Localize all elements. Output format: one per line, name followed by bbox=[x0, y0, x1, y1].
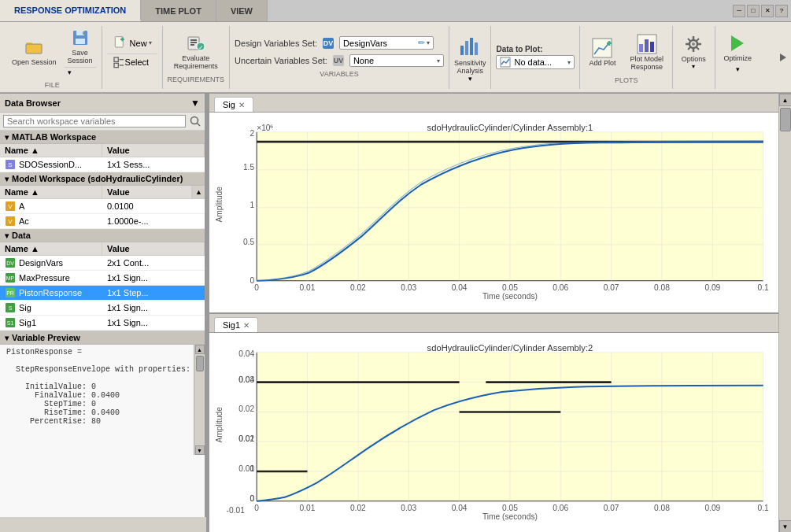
tab-time-plot[interactable]: TIME PLOT bbox=[141, 0, 216, 21]
main-scrollbar[interactable]: ▲ ▼ bbox=[778, 94, 791, 532]
data-section-toggle[interactable]: ▾ Data bbox=[0, 229, 205, 242]
sig1-tab-bar: Sig1 ✕ bbox=[209, 314, 778, 333]
edit-design-vars-icon[interactable]: ✏ bbox=[418, 38, 425, 48]
svg-text:0.04: 0.04 bbox=[452, 504, 468, 512]
optimize-dropdown[interactable]: ▾ bbox=[733, 65, 743, 74]
scroll-bottom-btn[interactable]: ▼ bbox=[779, 520, 792, 532]
svg-text:PR: PR bbox=[6, 290, 14, 296]
svg-text:Time (seconds): Time (seconds) bbox=[482, 512, 538, 521]
svg-text:0.03: 0.03 bbox=[401, 504, 416, 512]
var-icon: V bbox=[5, 216, 16, 227]
sensitivity-dropdown[interactable]: ▾ bbox=[468, 75, 472, 83]
optimize-button[interactable]: Optimize bbox=[720, 30, 756, 65]
scroll-thumb[interactable] bbox=[196, 356, 204, 371]
matlab-workspace-toggle[interactable]: ▾ MATLAB Workspace bbox=[0, 131, 205, 144]
table-scroll-up[interactable]: ▲ bbox=[192, 186, 205, 198]
svg-rect-24 bbox=[460, 46, 464, 55]
search-bar bbox=[0, 113, 205, 131]
save-session-dropdown[interactable]: ▾ bbox=[64, 67, 97, 78]
uncertain-vars-combo[interactable]: None ▾ bbox=[349, 54, 444, 67]
options-gear-icon bbox=[682, 33, 704, 55]
new-icon bbox=[113, 35, 128, 51]
options-dropdown[interactable]: ▾ bbox=[692, 63, 695, 70]
svg-rect-35 bbox=[650, 42, 654, 52]
tab-view[interactable]: VIEW bbox=[216, 0, 268, 21]
svg-text:0.5: 0.5 bbox=[243, 238, 255, 246]
toolbar-plots-section: Add Plot Plot ModelResponse PLOTS bbox=[580, 26, 673, 89]
model-workspace-table: Name ▲ Value ▲ V A 0.0100 V bbox=[0, 186, 205, 229]
data-plot-icon bbox=[500, 57, 511, 68]
data-browser-header: Data Browser ▼ bbox=[0, 94, 205, 113]
svg-rect-10 bbox=[114, 57, 118, 61]
table-row[interactable]: V Ac 1.0000e-... bbox=[0, 214, 205, 229]
svg-line-43 bbox=[697, 47, 699, 50]
var-icon: V bbox=[5, 201, 16, 212]
model-workspace-toggle[interactable]: ▾ Model Workspace (sdoHydraulicCylinder) bbox=[0, 172, 205, 186]
svg-text:-0.01: -0.01 bbox=[227, 506, 246, 515]
data-icon: MP bbox=[5, 272, 16, 283]
sig-chart-svg: sdoHydraulicCylinder/Cylinder Assembly:1… bbox=[213, 116, 775, 309]
maximize-btn[interactable]: □ bbox=[747, 5, 760, 17]
plot-model-response-button[interactable]: Plot ModelResponse bbox=[626, 31, 667, 73]
save-session-button[interactable]: SaveSession bbox=[64, 26, 97, 67]
data-to-plot-combo[interactable]: No data... ▾ bbox=[496, 55, 575, 69]
toolbar-data-to-plot-section: Data to Plot: No data... ▾ bbox=[491, 26, 580, 89]
evaluate-icon: ✓ bbox=[187, 34, 205, 53]
table-row[interactable]: S Sig 1x1 Sign... bbox=[0, 301, 205, 316]
help-btn[interactable]: ? bbox=[775, 5, 788, 17]
search-input[interactable] bbox=[3, 115, 186, 127]
model-table-header: Name ▲ Value ▲ bbox=[0, 186, 205, 199]
toolbar-new-section: New ▾ Select NEW bbox=[102, 26, 163, 89]
table-row[interactable]: MP MaxPressure 1x1 Sign... bbox=[0, 271, 205, 286]
variable-preview-toggle[interactable]: ▾ Variable Preview bbox=[0, 331, 205, 345]
toolbar-sensitivity-section: SensitivityAnalysis ▾ bbox=[449, 26, 492, 89]
close-btn[interactable]: ✕ bbox=[761, 5, 774, 17]
svg-text:0.02: 0.02 bbox=[350, 504, 366, 512]
save-icon bbox=[71, 28, 90, 47]
sig-chart-panel: Sig ✕ bbox=[209, 94, 778, 314]
table-row[interactable]: S1 Sig1 1x1 Sign... bbox=[0, 316, 205, 331]
svg-text:0.05: 0.05 bbox=[502, 504, 518, 512]
svg-rect-34 bbox=[645, 39, 649, 52]
close-sig-tab[interactable]: ✕ bbox=[238, 101, 245, 109]
sig1-chart-container: sdoHydraulicCylinder/Cylinder Assembly:2… bbox=[209, 333, 778, 532]
tab-response-optimization[interactable]: RESPONSE OPTIMIZATION bbox=[0, 0, 141, 21]
svg-text:0: 0 bbox=[249, 276, 254, 285]
svg-text:Time (seconds): Time (seconds) bbox=[482, 292, 538, 301]
svg-text:0.01: 0.01 bbox=[300, 504, 316, 512]
evaluate-requirements-button[interactable]: ✓ EvaluateRequirements bbox=[170, 31, 222, 72]
svg-text:0.07: 0.07 bbox=[604, 283, 619, 292]
scroll-thumb[interactable] bbox=[780, 108, 791, 131]
svg-text:0.04: 0.04 bbox=[238, 349, 254, 358]
close-sig1-tab[interactable]: ✕ bbox=[243, 321, 249, 330]
open-session-button[interactable]: Open Session bbox=[8, 35, 61, 68]
scroll-top-btn[interactable]: ▲ bbox=[779, 94, 792, 106]
uncertain-vars-icon: UV bbox=[332, 54, 345, 67]
svg-rect-1 bbox=[26, 44, 42, 54]
variable-preview-section: ▾ Variable Preview PistonResponse = Step… bbox=[0, 331, 205, 517]
table-row[interactable]: S SDOSessionD... 1x1 Sess... bbox=[0, 157, 205, 172]
svg-text:0.09: 0.09 bbox=[704, 504, 720, 512]
scroll-down-btn[interactable]: ▼ bbox=[195, 445, 205, 455]
new-button[interactable]: New ▾ bbox=[107, 33, 157, 54]
table-row[interactable]: V A 0.0100 bbox=[0, 199, 205, 214]
svg-text:0.03: 0.03 bbox=[401, 283, 416, 292]
svg-text:0.02: 0.02 bbox=[238, 405, 254, 413]
plot-area: Sig ✕ bbox=[209, 94, 778, 532]
table-row[interactable]: DV DesignVars 2x1 Cont... bbox=[0, 256, 205, 271]
minimize-btn[interactable]: ─ bbox=[733, 5, 745, 17]
design-vars-combo[interactable]: DesignVars ✏ ▾ bbox=[339, 36, 434, 50]
add-plot-button[interactable]: Add Plot bbox=[585, 35, 619, 69]
design-vars-icon: DV bbox=[322, 37, 335, 50]
select-button[interactable]: Select bbox=[107, 54, 157, 71]
svg-text:V: V bbox=[8, 218, 13, 225]
preview-scrollbar[interactable]: ▲ ▼ bbox=[194, 345, 205, 455]
tab-sig[interactable]: Sig ✕ bbox=[214, 97, 253, 112]
svg-text:Amplitude: Amplitude bbox=[215, 407, 224, 443]
data-browser-menu-btn[interactable]: ▼ bbox=[190, 98, 200, 109]
sensitivity-analysis-button[interactable] bbox=[455, 32, 485, 59]
tab-sig1[interactable]: Sig1 ✕ bbox=[214, 317, 258, 332]
toolbar-scroll-right[interactable] bbox=[778, 38, 788, 77]
scroll-up-btn[interactable]: ▲ bbox=[195, 345, 205, 354]
table-row-selected[interactable]: PR PistonResponse 1x1 Step... bbox=[0, 286, 205, 301]
